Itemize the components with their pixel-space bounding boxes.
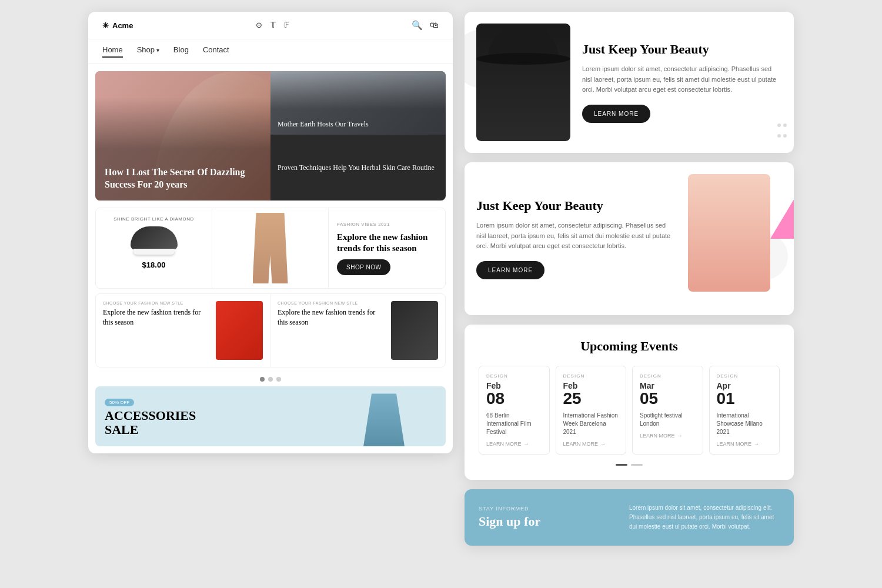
- header: ✳ Acme ⊙ 𝕋 𝔽 🔍 🛍: [88, 12, 453, 39]
- event-1-day: 08: [486, 390, 542, 407]
- hero-top-right-card: Mother Earth Hosts Our Travels: [270, 71, 446, 135]
- logo-asterisk: ✳: [102, 21, 109, 30]
- beauty-top-text: Just Keep Your Beauty Lorem ipsum dolor …: [582, 42, 782, 123]
- hero-bottom-right-text: Proven Techniques Help You Herbal Skin C…: [278, 163, 435, 173]
- nav-contact[interactable]: Contact: [203, 45, 229, 58]
- page-dot-2[interactable]: [631, 464, 643, 466]
- accessories-text: 50% OFF ACCESSORIES SALE: [105, 396, 196, 437]
- cart-icon[interactable]: 🛍: [430, 20, 439, 31]
- event-4-day: 01: [717, 390, 773, 407]
- event-1-category: DESIGN: [486, 373, 542, 379]
- beauty-top-title: Just Keep Your Beauty: [582, 42, 782, 57]
- pants-shape: [253, 213, 288, 283]
- beauty-bottom-description: Lorem ipsum dolor sit amet, consectetur …: [476, 220, 676, 252]
- shoe-price: $18.00: [142, 260, 166, 269]
- logo-text: Acme: [112, 21, 133, 30]
- dress-shape: [363, 393, 405, 446]
- fashion-card-1-image: [216, 301, 263, 360]
- newsletter-right: Lorem ipsum dolor sit amet, consectetur …: [629, 503, 780, 532]
- twitter-icon[interactable]: 𝕋: [270, 21, 276, 30]
- fashion-card-1: CHOOSE YOUR FASHION NEW STLE Explore the…: [96, 294, 270, 367]
- fashion-card-2-image: [391, 301, 438, 360]
- products-section: SHINE BRIGHT LIKE A DIAMOND $18.00 FASHI…: [95, 208, 446, 289]
- fashion-card-2: CHOOSE YOUR FASHION NEW STLE Explore the…: [270, 294, 445, 367]
- dot-3[interactable]: [276, 377, 281, 382]
- shop-now-button[interactable]: SHOP NOW: [337, 259, 390, 275]
- pink-triangle-decoration: [770, 180, 794, 239]
- hero-right-cards: Mother Earth Hosts Our Travels Proven Te…: [270, 71, 446, 201]
- event-3-learn-more[interactable]: LEARN MORE →: [640, 433, 696, 439]
- search-icon[interactable]: 🔍: [412, 20, 423, 31]
- nav-blog[interactable]: Blog: [173, 45, 189, 58]
- pink-model: [688, 174, 782, 303]
- product-shoe-card: SHINE BRIGHT LIKE A DIAMOND $18.00: [96, 208, 212, 288]
- navigation: Home Shop Blog Contact: [88, 39, 453, 64]
- dot-2[interactable]: [268, 377, 273, 382]
- beauty-bottom-text: Just Keep Your Beauty Lorem ipsum dolor …: [476, 198, 676, 279]
- fashion-card-2-description: Explore the new fashion trends for this …: [278, 308, 386, 328]
- dot-1[interactable]: [260, 377, 265, 382]
- left-panel: ✳ Acme ⊙ 𝕋 𝔽 🔍 🛍 Home Shop Blog Contact …: [88, 12, 453, 453]
- carousel-dots: [88, 372, 453, 386]
- social-icons: ⊙ 𝕋 𝔽: [256, 21, 289, 30]
- shoe-label: SHINE BRIGHT LIKE A DIAMOND: [113, 216, 194, 222]
- fashion-card-1-text: CHOOSE YOUR FASHION NEW STLE Explore the…: [103, 301, 211, 360]
- fashion-card-2-text: CHOOSE YOUR FASHION NEW STLE Explore the…: [278, 301, 386, 360]
- event-4-learn-more[interactable]: LEARN MORE →: [717, 441, 773, 447]
- beauty-bottom-section: Just Keep Your Beauty Lorem ipsum dolor …: [465, 162, 794, 315]
- events-title: Upcoming Events: [479, 339, 780, 354]
- event-3-name: Spotlight festival London: [640, 412, 696, 428]
- beauty-top-section: Just Keep Your Beauty Lorem ipsum dolor …: [465, 12, 794, 153]
- event-card-3: DESIGN Mar 05 Spotlight festival London …: [632, 366, 703, 455]
- instagram-icon[interactable]: ⊙: [256, 21, 262, 30]
- shoe-shape: [131, 226, 178, 250]
- accessories-figure: [363, 393, 410, 446]
- hero-top-right-text: Mother Earth Hosts Our Travels: [278, 120, 369, 129]
- hero-main-text: How I Lost The Secret Of Dazzling Succes…: [105, 166, 261, 191]
- hero-bottom-right-card: Proven Techniques Help You Herbal Skin C…: [270, 135, 446, 201]
- events-pagination: [479, 464, 780, 466]
- beauty-model-left: [476, 24, 570, 141]
- pink-face-model: [688, 174, 770, 292]
- event-card-4: DESIGN Apr 01 International Showcase Mil…: [709, 366, 780, 455]
- newsletter-title: Sign up for: [479, 514, 629, 529]
- hero-section: How I Lost The Secret Of Dazzling Succes…: [95, 71, 446, 201]
- product-promo-card: FASHION VIBES 2021 Explore the new fashi…: [329, 208, 445, 288]
- red-dress-image: [216, 301, 263, 360]
- event-1-learn-more[interactable]: LEARN MORE →: [486, 441, 542, 447]
- promo-title: Explore the new fashion trends for this …: [337, 232, 437, 255]
- event-4-category: DESIGN: [717, 373, 773, 379]
- newsletter-left: STAY INFORMED Sign up for: [479, 506, 629, 529]
- nav-home[interactable]: Home: [102, 45, 123, 58]
- beauty-top-description: Lorem ipsum dolor sit amet, consectetur …: [582, 64, 782, 95]
- black-coat-model: [476, 24, 570, 141]
- model-hat: [488, 24, 559, 59]
- events-section: Upcoming Events DESIGN Feb 08 68 Berlin …: [465, 325, 794, 480]
- black-coat-image: [391, 301, 438, 360]
- beauty-bottom-learn-more-button[interactable]: LEARN MORE: [476, 261, 544, 279]
- facebook-icon[interactable]: 𝔽: [284, 21, 289, 30]
- logo: ✳ Acme: [102, 21, 133, 30]
- event-4-name: International Showcase Milano 2021: [717, 412, 773, 436]
- right-panel: Just Keep Your Beauty Lorem ipsum dolor …: [465, 12, 794, 546]
- event-2-learn-more[interactable]: LEARN MORE →: [563, 441, 619, 447]
- newsletter-label: STAY INFORMED: [479, 506, 629, 512]
- page-dot-1[interactable]: [616, 464, 627, 466]
- product-pants-card: [212, 208, 329, 288]
- hero-main-card: How I Lost The Secret Of Dazzling Succes…: [95, 71, 270, 201]
- accessories-badge: 50% OFF: [105, 399, 134, 406]
- accessories-title: ACCESSORIES SALE: [105, 409, 196, 437]
- hero-main-title: How I Lost The Secret Of Dazzling Succes…: [105, 166, 261, 191]
- fashion-cards-section: CHOOSE YOUR FASHION NEW STLE Explore the…: [95, 293, 446, 368]
- event-3-category: DESIGN: [640, 373, 696, 379]
- event-card-1: DESIGN Feb 08 68 Berlin International Fi…: [479, 366, 550, 455]
- event-2-day: 25: [563, 390, 619, 407]
- event-2-name: International Fashion Week Barcelona 202…: [563, 412, 619, 436]
- nav-shop[interactable]: Shop: [137, 45, 159, 58]
- header-action-icons: 🔍 🛍: [412, 20, 439, 31]
- event-1-name: 68 Berlin International Film Festival: [486, 412, 542, 436]
- beauty-top-learn-more-button[interactable]: LEARN MORE: [582, 105, 650, 123]
- accessories-section: 50% OFF ACCESSORIES SALE: [95, 386, 446, 446]
- shoe-image: [131, 226, 178, 256]
- newsletter-section: STAY INFORMED Sign up for Lorem ipsum do…: [465, 489, 794, 546]
